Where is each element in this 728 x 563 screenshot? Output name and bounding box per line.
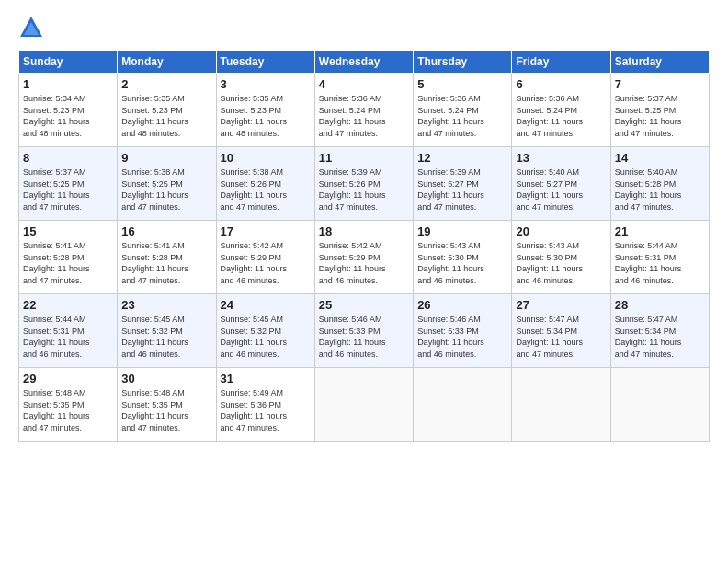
calendar-header: SundayMondayTuesdayWednesdayThursdayFrid… bbox=[19, 51, 710, 74]
day-info: Sunrise: 5:44 AM Sunset: 5:31 PM Dayligh… bbox=[23, 314, 113, 360]
day-number: 20 bbox=[516, 224, 606, 238]
day-info: Sunrise: 5:42 AM Sunset: 5:29 PM Dayligh… bbox=[221, 240, 311, 286]
day-number: 14 bbox=[615, 151, 705, 165]
calendar-cell: 13Sunrise: 5:40 AM Sunset: 5:27 PM Dayli… bbox=[512, 147, 610, 221]
day-number: 21 bbox=[615, 224, 705, 238]
day-number: 24 bbox=[221, 298, 311, 312]
calendar-row-2: 15Sunrise: 5:41 AM Sunset: 5:28 PM Dayli… bbox=[19, 221, 710, 294]
calendar-cell: 9Sunrise: 5:38 AM Sunset: 5:25 PM Daylig… bbox=[118, 147, 216, 221]
day-number: 3 bbox=[221, 77, 311, 91]
day-info: Sunrise: 5:39 AM Sunset: 5:27 PM Dayligh… bbox=[417, 167, 507, 213]
day-number: 13 bbox=[516, 151, 606, 165]
calendar-cell: 18Sunrise: 5:42 AM Sunset: 5:29 PM Dayli… bbox=[314, 221, 413, 294]
calendar-cell: 2Sunrise: 5:35 AM Sunset: 5:23 PM Daylig… bbox=[118, 74, 216, 147]
day-number: 16 bbox=[121, 224, 211, 238]
calendar-cell bbox=[610, 368, 709, 442]
calendar-cell: 30Sunrise: 5:48 AM Sunset: 5:35 PM Dayli… bbox=[118, 368, 216, 442]
calendar-cell: 21Sunrise: 5:44 AM Sunset: 5:31 PM Dayli… bbox=[610, 221, 709, 294]
day-info: Sunrise: 5:47 AM Sunset: 5:34 PM Dayligh… bbox=[615, 314, 705, 360]
calendar-cell: 23Sunrise: 5:45 AM Sunset: 5:32 PM Dayli… bbox=[118, 294, 216, 368]
day-info: Sunrise: 5:38 AM Sunset: 5:26 PM Dayligh… bbox=[221, 167, 311, 213]
day-info: Sunrise: 5:35 AM Sunset: 5:23 PM Dayligh… bbox=[121, 93, 211, 139]
day-info: Sunrise: 5:47 AM Sunset: 5:34 PM Dayligh… bbox=[516, 314, 606, 360]
calendar-cell: 26Sunrise: 5:46 AM Sunset: 5:33 PM Dayli… bbox=[414, 294, 512, 368]
day-number: 5 bbox=[417, 77, 507, 91]
day-info: Sunrise: 5:35 AM Sunset: 5:23 PM Dayligh… bbox=[221, 93, 311, 139]
day-number: 15 bbox=[23, 224, 113, 238]
day-number: 10 bbox=[221, 151, 311, 165]
day-number: 12 bbox=[417, 151, 507, 165]
calendar-cell: 6Sunrise: 5:36 AM Sunset: 5:24 PM Daylig… bbox=[512, 74, 610, 147]
calendar-cell: 28Sunrise: 5:47 AM Sunset: 5:34 PM Dayli… bbox=[610, 294, 709, 368]
header-day-tuesday: Tuesday bbox=[216, 51, 314, 74]
calendar: SundayMondayTuesdayWednesdayThursdayFrid… bbox=[18, 50, 710, 442]
day-info: Sunrise: 5:41 AM Sunset: 5:28 PM Dayligh… bbox=[121, 240, 211, 286]
calendar-cell: 22Sunrise: 5:44 AM Sunset: 5:31 PM Dayli… bbox=[19, 294, 118, 368]
day-number: 31 bbox=[221, 372, 311, 385]
day-number: 11 bbox=[319, 151, 409, 165]
calendar-cell: 16Sunrise: 5:41 AM Sunset: 5:28 PM Dayli… bbox=[118, 221, 216, 294]
header bbox=[18, 15, 710, 40]
calendar-cell: 4Sunrise: 5:36 AM Sunset: 5:24 PM Daylig… bbox=[314, 74, 413, 147]
day-number: 6 bbox=[516, 77, 606, 91]
day-number: 9 bbox=[121, 151, 211, 165]
day-info: Sunrise: 5:40 AM Sunset: 5:28 PM Dayligh… bbox=[615, 167, 705, 213]
day-info: Sunrise: 5:46 AM Sunset: 5:33 PM Dayligh… bbox=[417, 314, 507, 360]
day-info: Sunrise: 5:42 AM Sunset: 5:29 PM Dayligh… bbox=[319, 240, 409, 286]
day-number: 19 bbox=[417, 224, 507, 238]
day-info: Sunrise: 5:34 AM Sunset: 5:23 PM Dayligh… bbox=[23, 93, 113, 139]
calendar-cell bbox=[314, 368, 413, 442]
calendar-cell: 19Sunrise: 5:43 AM Sunset: 5:30 PM Dayli… bbox=[414, 221, 512, 294]
calendar-cell: 7Sunrise: 5:37 AM Sunset: 5:25 PM Daylig… bbox=[610, 74, 709, 147]
day-info: Sunrise: 5:41 AM Sunset: 5:28 PM Dayligh… bbox=[23, 240, 113, 286]
day-info: Sunrise: 5:40 AM Sunset: 5:27 PM Dayligh… bbox=[516, 167, 606, 213]
calendar-row-1: 8Sunrise: 5:37 AM Sunset: 5:25 PM Daylig… bbox=[19, 147, 710, 221]
calendar-cell bbox=[512, 368, 610, 442]
calendar-cell: 5Sunrise: 5:36 AM Sunset: 5:24 PM Daylig… bbox=[414, 74, 512, 147]
day-info: Sunrise: 5:43 AM Sunset: 5:30 PM Dayligh… bbox=[417, 240, 507, 286]
header-day-sunday: Sunday bbox=[19, 51, 118, 74]
day-info: Sunrise: 5:39 AM Sunset: 5:26 PM Dayligh… bbox=[319, 167, 409, 213]
day-info: Sunrise: 5:44 AM Sunset: 5:31 PM Dayligh… bbox=[615, 240, 705, 286]
day-info: Sunrise: 5:46 AM Sunset: 5:33 PM Dayligh… bbox=[319, 314, 409, 360]
day-number: 26 bbox=[417, 298, 507, 312]
day-info: Sunrise: 5:38 AM Sunset: 5:25 PM Dayligh… bbox=[121, 167, 211, 213]
calendar-row-4: 29Sunrise: 5:48 AM Sunset: 5:35 PM Dayli… bbox=[19, 368, 710, 442]
calendar-cell: 20Sunrise: 5:43 AM Sunset: 5:30 PM Dayli… bbox=[512, 221, 610, 294]
calendar-cell: 10Sunrise: 5:38 AM Sunset: 5:26 PM Dayli… bbox=[216, 147, 314, 221]
day-info: Sunrise: 5:48 AM Sunset: 5:35 PM Dayligh… bbox=[121, 387, 211, 433]
calendar-cell: 31Sunrise: 5:49 AM Sunset: 5:36 PM Dayli… bbox=[216, 368, 314, 442]
day-info: Sunrise: 5:49 AM Sunset: 5:36 PM Dayligh… bbox=[221, 387, 311, 433]
calendar-cell: 1Sunrise: 5:34 AM Sunset: 5:23 PM Daylig… bbox=[19, 74, 118, 147]
day-info: Sunrise: 5:36 AM Sunset: 5:24 PM Dayligh… bbox=[516, 93, 606, 139]
day-number: 23 bbox=[121, 298, 211, 312]
header-day-monday: Monday bbox=[118, 51, 216, 74]
day-number: 17 bbox=[221, 224, 311, 238]
calendar-cell: 8Sunrise: 5:37 AM Sunset: 5:25 PM Daylig… bbox=[19, 147, 118, 221]
calendar-body: 1Sunrise: 5:34 AM Sunset: 5:23 PM Daylig… bbox=[19, 74, 710, 442]
header-day-wednesday: Wednesday bbox=[314, 51, 413, 74]
day-number: 25 bbox=[319, 298, 409, 312]
day-number: 22 bbox=[23, 298, 113, 312]
calendar-cell: 17Sunrise: 5:42 AM Sunset: 5:29 PM Dayli… bbox=[216, 221, 314, 294]
header-row: SundayMondayTuesdayWednesdayThursdayFrid… bbox=[19, 51, 710, 74]
calendar-cell: 29Sunrise: 5:48 AM Sunset: 5:35 PM Dayli… bbox=[19, 368, 118, 442]
calendar-row-3: 22Sunrise: 5:44 AM Sunset: 5:31 PM Dayli… bbox=[19, 294, 710, 368]
day-info: Sunrise: 5:43 AM Sunset: 5:30 PM Dayligh… bbox=[516, 240, 606, 286]
day-info: Sunrise: 5:36 AM Sunset: 5:24 PM Dayligh… bbox=[417, 93, 507, 139]
day-number: 1 bbox=[23, 77, 113, 91]
day-info: Sunrise: 5:45 AM Sunset: 5:32 PM Dayligh… bbox=[121, 314, 211, 360]
logo-icon bbox=[18, 15, 44, 40]
day-info: Sunrise: 5:48 AM Sunset: 5:35 PM Dayligh… bbox=[23, 387, 113, 433]
calendar-cell: 11Sunrise: 5:39 AM Sunset: 5:26 PM Dayli… bbox=[314, 147, 413, 221]
calendar-cell: 15Sunrise: 5:41 AM Sunset: 5:28 PM Dayli… bbox=[19, 221, 118, 294]
calendar-cell: 14Sunrise: 5:40 AM Sunset: 5:28 PM Dayli… bbox=[610, 147, 709, 221]
day-number: 7 bbox=[615, 77, 705, 91]
calendar-cell: 25Sunrise: 5:46 AM Sunset: 5:33 PM Dayli… bbox=[314, 294, 413, 368]
day-number: 8 bbox=[23, 151, 113, 165]
calendar-row-0: 1Sunrise: 5:34 AM Sunset: 5:23 PM Daylig… bbox=[19, 74, 710, 147]
day-info: Sunrise: 5:37 AM Sunset: 5:25 PM Dayligh… bbox=[615, 93, 705, 139]
day-info: Sunrise: 5:36 AM Sunset: 5:24 PM Dayligh… bbox=[319, 93, 409, 139]
day-number: 30 bbox=[121, 372, 211, 385]
day-number: 4 bbox=[319, 77, 409, 91]
